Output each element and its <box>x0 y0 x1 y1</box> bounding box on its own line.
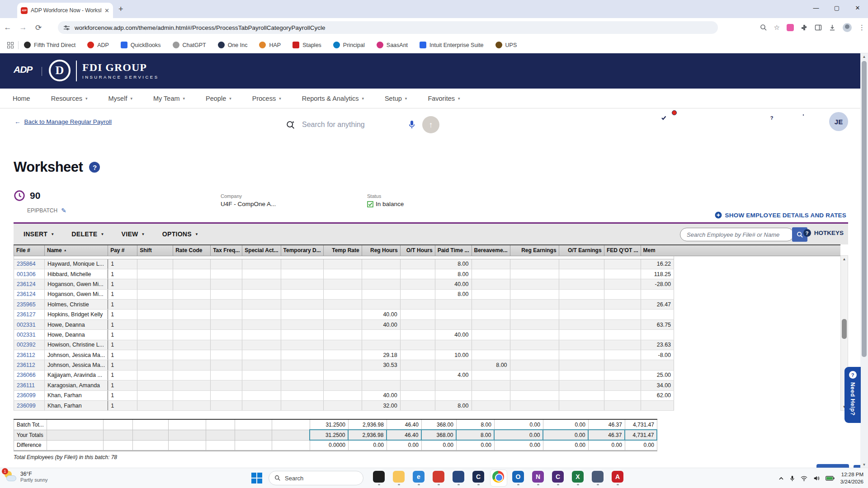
grid-cell[interactable] <box>604 289 641 299</box>
grid-cell[interactable] <box>362 289 400 299</box>
taskbar-app-onenote[interactable]: N <box>531 469 545 485</box>
file-number-cell[interactable]: 235965 <box>14 300 45 310</box>
grid-cell[interactable]: 8.00 <box>435 269 472 279</box>
file-number-cell[interactable]: 002392 <box>14 340 45 350</box>
grid-cell[interactable]: Howe, Deanna <box>45 330 108 340</box>
microphone-icon[interactable] <box>408 120 416 130</box>
submit-search-button[interactable]: ↑ <box>422 116 439 133</box>
grid-cell[interactable] <box>242 380 281 390</box>
grid-cell[interactable] <box>604 319 641 329</box>
need-help-tab[interactable]: ? Need Help? <box>844 367 861 423</box>
grid-cell[interactable] <box>323 350 362 360</box>
grid-cell[interactable] <box>510 259 559 269</box>
bookmark-item[interactable]: Staples <box>292 42 321 48</box>
support-button[interactable]: ? Support <box>763 112 781 131</box>
nav-item-my-team[interactable]: My Team▾ <box>153 95 185 102</box>
taskbar-search[interactable]: Search <box>269 471 363 485</box>
column-header[interactable]: Name▲ <box>45 245 108 256</box>
grid-cell[interactable] <box>400 310 435 319</box>
profile-icon[interactable] <box>843 23 852 32</box>
nav-item-resources[interactable]: Resources▾ <box>51 95 88 102</box>
wifi-icon[interactable] <box>801 476 807 481</box>
grid-cell[interactable]: 4.00 <box>435 370 472 380</box>
grid-cell[interactable] <box>173 279 211 289</box>
grid-cell[interactable]: Johnson, Jessica Ma... <box>45 350 108 360</box>
grid-cell[interactable]: 1 <box>108 269 137 279</box>
grid-cell[interactable] <box>323 300 362 310</box>
nav-item-favorites[interactable]: Favorites▾ <box>428 95 460 102</box>
grid-cell[interactable] <box>472 370 510 380</box>
grid-cell[interactable] <box>604 380 641 390</box>
grid-cell[interactable] <box>472 400 510 410</box>
back-button[interactable]: ← <box>0 23 15 32</box>
grid-cell[interactable] <box>604 330 641 340</box>
grid-cell[interactable] <box>559 279 604 289</box>
grid-cell[interactable] <box>362 300 400 310</box>
grid-cell[interactable] <box>435 310 472 319</box>
taskbar-app-edge[interactable]: e <box>411 469 426 485</box>
grid-cell[interactable] <box>400 380 435 390</box>
grid-cell[interactable] <box>137 350 173 360</box>
employee-search-input[interactable] <box>680 228 794 241</box>
grid-cell[interactable] <box>242 400 281 410</box>
column-header[interactable]: Tax Freq... <box>211 245 242 256</box>
grid-cell[interactable] <box>323 310 362 319</box>
help-icon[interactable]: ? <box>89 162 100 173</box>
grid-cell[interactable]: 40.00 <box>435 330 472 340</box>
grid-cell[interactable] <box>281 350 323 360</box>
grid-cell[interactable]: 1 <box>108 350 137 360</box>
grid-cell[interactable] <box>323 289 362 299</box>
nav-item-home[interactable]: Home <box>13 95 30 102</box>
grid-cell[interactable] <box>173 289 211 299</box>
weather-widget[interactable]: 1 36°F Partly sunny <box>4 470 48 483</box>
grid-cell[interactable] <box>323 370 362 380</box>
nav-item-myself[interactable]: Myself▾ <box>108 95 132 102</box>
grid-cell[interactable]: Howison, Christine L... <box>45 340 108 350</box>
column-header[interactable]: O/T Hours <box>400 245 435 256</box>
microphone-icon[interactable] <box>790 475 795 482</box>
grid-cell[interactable] <box>137 360 173 370</box>
back-to-payroll-link[interactable]: ← Back to Manage Regular Payroll <box>14 118 112 125</box>
grid-cell[interactable]: 1 <box>108 259 137 269</box>
things-to-do-button[interactable]: Things to Do <box>650 112 678 131</box>
grid-cell[interactable] <box>604 360 641 370</box>
file-number-cell[interactable]: 236127 <box>14 310 45 319</box>
grid-cell[interactable] <box>472 310 510 319</box>
grid-cell[interactable] <box>323 360 362 370</box>
grid-cell[interactable] <box>137 300 173 310</box>
new-tab-button[interactable]: + <box>118 5 123 14</box>
grid-cell[interactable] <box>472 300 510 310</box>
grid-cell[interactable] <box>323 390 362 400</box>
grid-cell[interactable] <box>173 300 211 310</box>
extensions-puzzle-icon[interactable] <box>801 24 808 31</box>
grid-cell[interactable] <box>641 289 674 299</box>
grid-cell[interactable] <box>242 340 281 350</box>
grid-cell[interactable]: 1 <box>108 310 137 319</box>
grid-cell[interactable] <box>510 350 559 360</box>
grid-cell[interactable] <box>137 319 173 329</box>
grid-cell[interactable] <box>472 279 510 289</box>
grid-cell[interactable] <box>323 279 362 289</box>
grid-cell[interactable] <box>242 360 281 370</box>
grid-cell[interactable]: 8.00 <box>435 259 472 269</box>
grid-cell[interactable] <box>559 370 604 380</box>
nav-item-setup[interactable]: Setup▾ <box>385 95 407 102</box>
grid-cell[interactable] <box>559 310 604 319</box>
taskbar-app-device[interactable] <box>372 469 386 485</box>
grid-cell[interactable] <box>281 400 323 410</box>
grid-cell[interactable] <box>604 390 641 400</box>
grid-cell[interactable] <box>472 380 510 390</box>
grid-cell[interactable] <box>211 330 242 340</box>
grid-cell[interactable] <box>641 310 674 319</box>
grid-cell[interactable] <box>173 360 211 370</box>
file-number-cell[interactable]: 235864 <box>14 259 45 269</box>
grid-cell[interactable] <box>641 330 674 340</box>
grid-cell[interactable] <box>604 300 641 310</box>
grid-cell[interactable] <box>242 330 281 340</box>
grid-cell[interactable] <box>472 269 510 279</box>
grid-cell[interactable] <box>211 289 242 299</box>
grid-cell[interactable] <box>559 390 604 400</box>
close-button[interactable]: ✕ <box>847 0 868 15</box>
taskbar-app-calculator[interactable] <box>590 469 605 485</box>
grid-cell[interactable] <box>559 269 604 279</box>
